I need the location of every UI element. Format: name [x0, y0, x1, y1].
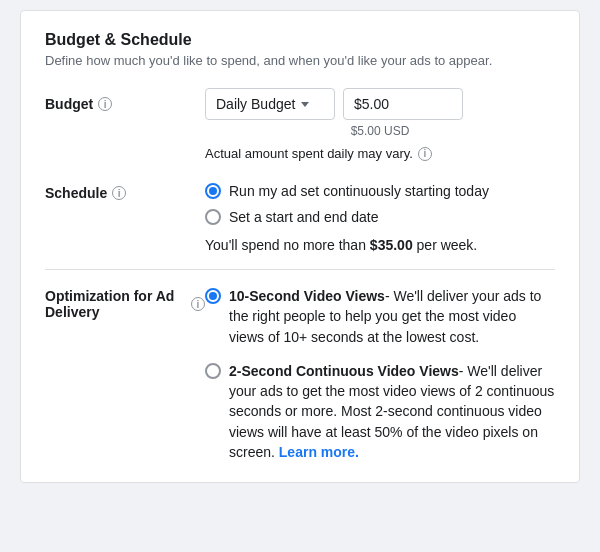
weekly-suffix: per week.	[417, 237, 478, 253]
delivery-options: 10-Second Video Views- We'll deliver you…	[205, 286, 555, 462]
vary-note: Actual amount spent daily may vary. i	[205, 146, 555, 161]
schedule-option-start-end[interactable]: Set a start and end date	[205, 209, 555, 225]
budget-row: Budget i Daily Budget $5.00 USD Actual a…	[45, 88, 555, 161]
budget-label: Budget i	[45, 88, 205, 112]
budget-content: Daily Budget $5.00 USD Actual amount spe…	[205, 88, 555, 161]
delivery-option-2sec: 2-Second Continuous Video Views- We'll d…	[205, 361, 555, 462]
usd-label: $5.00 USD	[205, 124, 555, 138]
schedule-option-continuous[interactable]: Run my ad set continuously starting toda…	[205, 183, 555, 199]
weekly-amount: $35.00	[370, 237, 413, 253]
schedule-options: Run my ad set continuously starting toda…	[205, 177, 555, 225]
radio-10sec[interactable]	[205, 288, 221, 304]
budget-label-text: Budget	[45, 96, 93, 112]
budget-info-icon[interactable]: i	[98, 97, 112, 111]
radio-start-end	[205, 209, 221, 225]
delivery-text-10sec: 10-Second Video Views- We'll deliver you…	[229, 286, 555, 347]
schedule-label: Schedule i	[45, 177, 205, 201]
schedule-row: Schedule i Run my ad set continuously st…	[45, 177, 555, 253]
vary-note-text: Actual amount spent daily may vary.	[205, 146, 413, 161]
delivery-title-2sec: 2-Second Continuous Video Views	[229, 363, 459, 379]
vary-info-icon[interactable]: i	[418, 147, 432, 161]
budget-inputs: Daily Budget	[205, 88, 555, 120]
learn-more-link[interactable]: Learn more.	[279, 444, 359, 460]
section-subtitle: Define how much you'd like to spend, and…	[45, 53, 555, 68]
schedule-continuous-label: Run my ad set continuously starting toda…	[229, 183, 489, 199]
optimization-label: Optimization for Ad Delivery i	[45, 286, 205, 320]
schedule-start-end-label: Set a start and end date	[229, 209, 378, 225]
budget-schedule-card: Budget & Schedule Define how much you'd …	[20, 10, 580, 483]
optimization-section: Optimization for Ad Delivery i 10-Second…	[45, 286, 555, 462]
schedule-label-text: Schedule	[45, 185, 107, 201]
weekly-note-text: You'll spend no more than	[205, 237, 366, 253]
weekly-note: You'll spend no more than $35.00 per wee…	[205, 237, 555, 253]
optimization-row: Optimization for Ad Delivery i 10-Second…	[45, 286, 555, 462]
radio-continuous	[205, 183, 221, 199]
radio-2sec[interactable]	[205, 363, 221, 379]
delivery-option-10sec: 10-Second Video Views- We'll deliver you…	[205, 286, 555, 347]
optimization-info-icon[interactable]: i	[191, 297, 205, 311]
section-divider	[45, 269, 555, 270]
budget-amount-input[interactable]	[343, 88, 463, 120]
budget-type-select[interactable]: Daily Budget	[205, 88, 335, 120]
schedule-content: Run my ad set continuously starting toda…	[205, 177, 555, 253]
delivery-title-10sec: 10-Second Video Views	[229, 288, 385, 304]
schedule-info-icon[interactable]: i	[112, 186, 126, 200]
section-title: Budget & Schedule	[45, 31, 555, 49]
optimization-label-text: Optimization for Ad Delivery	[45, 288, 186, 320]
budget-type-value: Daily Budget	[216, 96, 295, 112]
delivery-text-2sec: 2-Second Continuous Video Views- We'll d…	[229, 361, 555, 462]
chevron-down-icon	[301, 102, 309, 107]
